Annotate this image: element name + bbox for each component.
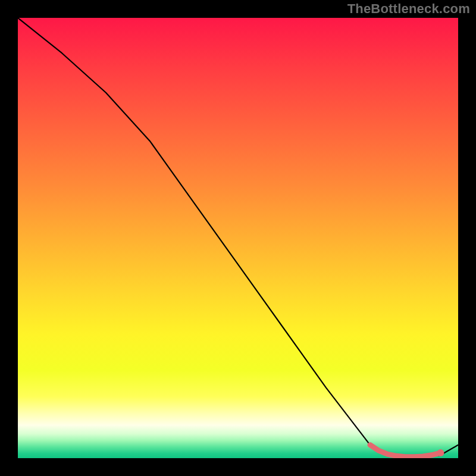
chart-background <box>18 18 458 458</box>
watermark-label: TheBottleneck.com <box>347 1 470 17</box>
svg-rect-0 <box>18 18 458 458</box>
plot-area <box>18 18 458 458</box>
chart-frame: TheBottleneck.com <box>0 0 476 476</box>
